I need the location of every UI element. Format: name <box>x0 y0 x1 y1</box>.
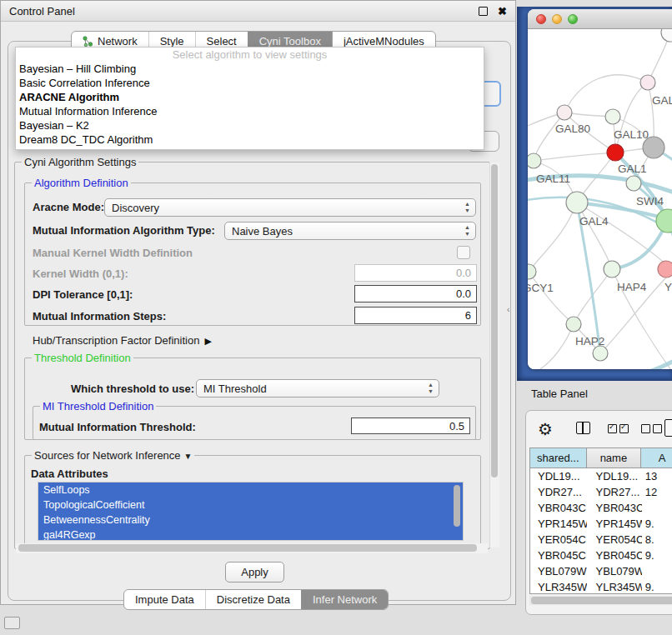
table-row[interactable]: YBR045CYBR045C9. <box>530 548 672 563</box>
new-table-icon[interactable] <box>664 419 672 437</box>
collapsed-panel-icon[interactable] <box>4 617 20 629</box>
table-panel-window: ⚙ shared...nameA YDL19...YDL19...13YDR27… <box>525 410 672 615</box>
mi-type-select[interactable]: Naive Bayes ▲▼ <box>224 222 476 240</box>
float-icon[interactable] <box>479 7 488 16</box>
attribute-table[interactable]: shared...nameA YDL19...YDL19...13YDR27..… <box>529 448 672 594</box>
network-edge[interactable] <box>534 112 564 161</box>
network-node-gal4[interactable] <box>566 192 588 213</box>
network-node-hap4[interactable] <box>604 261 620 278</box>
table-row[interactable]: YLR345WYLR345W9. <box>530 579 672 594</box>
algorithm-option[interactable]: Bayesian – Hill Climbing <box>16 62 484 76</box>
data-attribute-item[interactable]: TopologicalCoefficient <box>38 498 463 512</box>
columns-icon[interactable] <box>576 422 590 434</box>
tab-label: Impute Data <box>135 590 194 609</box>
algorithm-option[interactable]: Dream8 DC_TDC Algorithm <box>16 132 484 147</box>
network-node-label: HAP4 <box>617 281 647 293</box>
settings-vertical-scrollbar[interactable] <box>489 162 499 548</box>
network-node-label: GAL1 <box>618 162 647 175</box>
network-node-gal10[interactable] <box>605 109 620 124</box>
network-edge[interactable] <box>534 152 615 161</box>
network-edge[interactable] <box>529 202 577 272</box>
table-cell: YPR145W <box>530 518 587 530</box>
algorithm-option[interactable]: Bayesian – K2 <box>16 118 484 132</box>
network-node-gal[interactable] <box>640 75 655 90</box>
threshold-definition-title: Threshold Definition <box>32 352 133 364</box>
table-row[interactable]: YDR27...YDR27...12 <box>530 484 672 500</box>
aracne-mode-value: Discovery <box>112 202 159 214</box>
close-icon[interactable]: ✖ <box>498 6 507 17</box>
network-icon <box>83 36 93 47</box>
data-attribute-item[interactable]: gal4RGexp <box>38 528 463 541</box>
which-threshold-select[interactable]: MI Threshold ▲▼ <box>196 379 439 398</box>
network-node-gcy1[interactable] <box>528 264 536 279</box>
table-row[interactable]: YBL079WYBL079W <box>530 563 672 579</box>
network-node[interactable] <box>593 346 608 361</box>
hub-definition-expander[interactable]: Hub/Transcription Factor Definition▶ <box>33 334 212 347</box>
kernel-width-label: Kernel Width (0,1): <box>33 268 128 280</box>
apply-button[interactable]: Apply <box>225 562 284 582</box>
table-cell: YPR145W <box>587 518 642 530</box>
network-node[interactable] <box>656 209 672 232</box>
mi-type-label: Mutual Information Algorithm Type: <box>33 224 215 237</box>
network-edge[interactable] <box>529 272 574 324</box>
network-node-swi4[interactable] <box>626 176 641 191</box>
network-node-hap2[interactable] <box>566 317 581 332</box>
sources-group-title[interactable]: Sources for Network Inference▼ <box>32 449 194 462</box>
table-horizontal-scrollbar[interactable] <box>529 596 672 605</box>
list-scrollbar[interactable] <box>454 485 460 527</box>
column-header-name[interactable]: name <box>587 448 642 468</box>
column-header-a[interactable]: A <box>641 448 672 468</box>
network-node-gal11[interactable] <box>528 153 541 168</box>
network-canvas[interactable]: GALGAL80GAL10GAL1GAL11SWI4GAL4GCY1HAP4YH… <box>528 29 672 369</box>
network-edge[interactable] <box>528 212 529 272</box>
table-cell: 9. <box>642 581 672 593</box>
mi-threshold-field[interactable]: 0.5 <box>351 418 470 434</box>
table-row[interactable]: YPR145WYPR145W9. <box>530 516 672 532</box>
checked-pair-icon[interactable] <box>608 424 629 433</box>
table-row[interactable]: YER054CYER054C8. <box>530 532 672 548</box>
network-window-titlebar <box>528 9 672 29</box>
column-header-shared[interactable]: shared... <box>530 448 587 468</box>
network-edge[interactable] <box>528 324 574 369</box>
tab-infer-network[interactable]: Infer Network <box>301 590 388 609</box>
network-node[interactable] <box>661 29 672 42</box>
gear-icon[interactable]: ⚙ <box>538 418 553 440</box>
algorithm-option[interactable]: ARACNE Algorithm <box>16 90 484 104</box>
table-row[interactable]: YBR043CYBR043C <box>530 500 672 516</box>
network-view-window: GALGAL80GAL10GAL1GAL11SWI4GAL4GCY1HAP4YH… <box>528 9 672 369</box>
close-traffic-light-icon[interactable] <box>536 14 546 24</box>
algorithm-option[interactable]: Basic Correlation Inference <box>16 76 484 90</box>
algorithm-option[interactable]: Mutual Information Inference <box>16 104 484 118</box>
stepper-icon: ▲▼ <box>464 201 470 214</box>
dpi-tolerance-field[interactable]: 0.0 <box>354 285 477 302</box>
settings-horizontal-scrollbar[interactable] <box>16 543 488 553</box>
network-node-label: GAL11 <box>536 172 570 185</box>
mi-threshold-value: 0.5 <box>449 420 464 432</box>
stepper-icon: ▲▼ <box>464 224 470 238</box>
splitter-collapse-icon[interactable]: ‹ <box>507 305 509 314</box>
data-attribute-item[interactable]: SelfLoops <box>38 482 463 498</box>
minimize-traffic-light-icon[interactable] <box>552 14 562 24</box>
tab-impute-data[interactable]: Impute Data <box>124 590 205 609</box>
network-node-gal80[interactable] <box>557 105 572 120</box>
aracne-mode-select[interactable]: Discovery ▲▼ <box>104 198 476 217</box>
manual-kernel-label: Manual Kernel Width Definition <box>33 247 193 259</box>
mi-steps-field[interactable]: 6 <box>354 307 477 324</box>
network-node-label: HAP2 <box>575 335 604 348</box>
unchecked-pair-icon[interactable] <box>641 424 662 433</box>
apply-button-label: Apply <box>241 566 268 578</box>
data-attribute-item[interactable]: BetweennessCentrality <box>38 512 463 528</box>
tab-discretize-data[interactable]: Discretize Data <box>205 590 301 609</box>
table-cell: YBL079W <box>587 565 642 578</box>
expander-right-icon: ▶ <box>204 336 211 347</box>
table-row[interactable]: YDL19...YDL19...13 <box>530 468 672 484</box>
kernel-width-field[interactable]: 0.0 <box>354 264 477 282</box>
sources-title-text: Sources for Network Inference <box>34 449 181 462</box>
data-attributes-list[interactable]: SelfLoopsTopologicalCoefficientBetweenne… <box>38 482 464 541</box>
table-cell: YDR27... <box>530 486 587 498</box>
network-node-y[interactable] <box>658 261 672 278</box>
manual-kernel-checkbox[interactable] <box>457 246 470 259</box>
network-node-gal1[interactable] <box>607 144 624 161</box>
network-edge[interactable] <box>564 75 648 112</box>
zoom-traffic-light-icon[interactable] <box>568 14 578 24</box>
